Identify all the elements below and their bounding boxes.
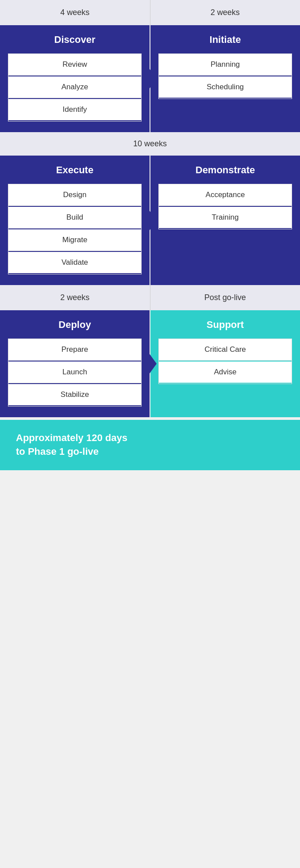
phase-initiate: Initiate Planning Scheduling (150, 25, 300, 132)
phase-discover-title: Discover (8, 34, 142, 46)
list-item: Prepare (8, 339, 141, 361)
list-item: Migrate (8, 229, 141, 251)
arrow-right-deploy (150, 354, 157, 373)
phase-row-execute-demonstrate: Execute Design Build Migrate Validate De… (0, 156, 300, 285)
phase-support-title: Support (158, 319, 292, 331)
deploy-items: Prepare Launch Stabilize (8, 339, 142, 407)
separator-10-weeks: 10 weeks (0, 132, 300, 156)
week-label-support: Post go-live (150, 285, 300, 310)
demonstrate-items: Acceptance Training (158, 184, 292, 229)
list-item: Advise (159, 362, 292, 383)
list-item: Identify (8, 99, 141, 120)
week-label-deploy: 2 weeks (0, 285, 150, 310)
list-item: Stabilize (8, 384, 141, 405)
support-items: Critical Care Advise (158, 339, 292, 384)
phase-support: Support Critical Care Advise (150, 310, 300, 417)
week-label-4: 4 weeks (0, 0, 150, 25)
bottom-banner: Approximately 120 days to Phase 1 go-liv… (0, 420, 300, 470)
phase-row-discover-initiate: Discover Review Analyze Identify Initiat… (0, 25, 300, 132)
phase-discover: Discover Review Analyze Identify (0, 25, 150, 132)
phase-execute-title: Execute (8, 164, 142, 176)
week-labels-top: 4 weeks 2 weeks (0, 0, 300, 25)
list-item: Review (8, 54, 141, 76)
list-item: Critical Care (159, 339, 292, 361)
banner-arrow-cut (281, 420, 300, 464)
list-item: Launch (8, 362, 141, 383)
phase-initiate-title: Initiate (158, 34, 292, 46)
week-labels-bottom: 2 weeks Post go-live (0, 285, 300, 310)
initiate-items: Planning Scheduling (158, 53, 292, 99)
list-item: Analyze (8, 76, 141, 98)
week-label-2: 2 weeks (150, 0, 300, 25)
phase-row-deploy-support: Deploy Prepare Launch Stabilize Support … (0, 310, 300, 417)
list-item: Validate (8, 252, 141, 273)
execute-items: Design Build Migrate Validate (8, 184, 142, 274)
phase-deploy-title: Deploy (8, 319, 142, 331)
list-item: Design (8, 184, 141, 206)
list-item: Training (159, 207, 292, 228)
list-item: Planning (159, 54, 292, 76)
banner-text: Approximately 120 days to Phase 1 go-liv… (16, 431, 273, 459)
phase-demonstrate: Demonstrate Acceptance Training (150, 156, 300, 285)
arrow-right-execute (150, 211, 157, 230)
arrow-right-discover (150, 69, 157, 88)
phase-execute: Execute Design Build Migrate Validate (0, 156, 150, 285)
main-container: 4 weeks 2 weeks Discover Review Analyze … (0, 0, 300, 470)
phase-deploy: Deploy Prepare Launch Stabilize (0, 310, 150, 417)
list-item: Scheduling (159, 76, 292, 98)
phase-demonstrate-title: Demonstrate (158, 164, 292, 176)
list-item: Acceptance (159, 184, 292, 206)
list-item: Build (8, 207, 141, 228)
discover-items: Review Analyze Identify (8, 53, 142, 122)
